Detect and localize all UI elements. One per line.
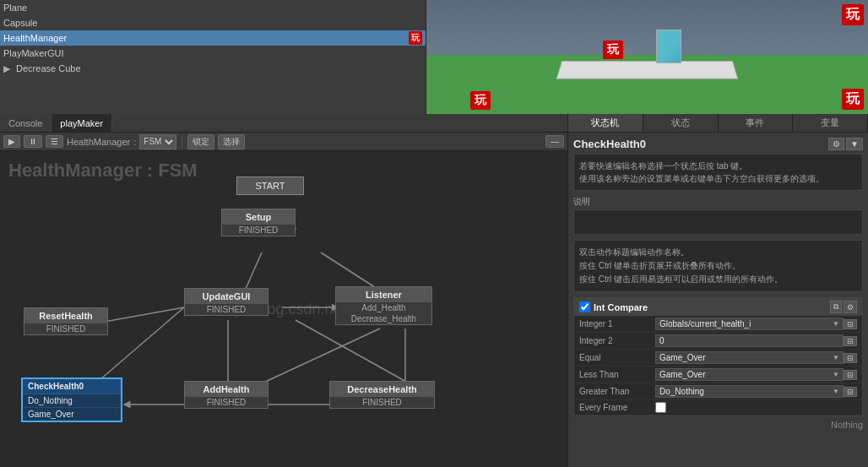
addhealth-sub: FINISHED	[185, 397, 268, 408]
action-title: Int Compare	[594, 302, 830, 312]
svg-line-7	[296, 320, 414, 386]
field-end-btn-equal[interactable]: ⊟	[844, 353, 857, 363]
play-badge-bottom-right: 玩	[842, 89, 864, 110]
tab-console[interactable]: Console	[0, 114, 52, 132]
inspector-panel: 状态机 状态 事件 变量 CheckHealth0 ⚙ ▼	[568, 114, 868, 467]
field-end-btn-greaterthan[interactable]: ⊟	[844, 387, 857, 397]
field-value-integer1[interactable]: Globals/current_health_i ▼	[655, 318, 844, 330]
action-info-line1: 双击动作标题编辑动作名称。	[579, 246, 857, 259]
viewport-cube	[656, 30, 681, 63]
field-label-equal: Equal	[579, 353, 655, 362]
action-enable-checkbox[interactable]	[579, 301, 590, 312]
resethealth-sub: FINISHED	[24, 323, 107, 334]
fsm-node-decreasehealth[interactable]: DecreaseHealth FINISHED	[329, 381, 435, 409]
field-label-lessthan: Less Than	[579, 370, 655, 379]
play-badge: 玩	[409, 31, 422, 45]
field-value-greaterthan[interactable]: Do_Nothing ▼	[655, 385, 844, 398]
addhealth-title: AddHealth	[185, 382, 268, 397]
hierarchy-item-healthmanager[interactable]: HealthManager 玩	[0, 30, 426, 46]
field-text-equal: Game_Over	[659, 353, 705, 362]
inspector-tab-statemachine[interactable]: 状态机	[568, 114, 643, 132]
field-input-integer2[interactable]	[655, 334, 844, 347]
inspector-settings-btn[interactable]: ⚙	[828, 138, 844, 150]
setup-sub: FINISHED	[222, 225, 295, 236]
inspector-content: CheckHealth0 ⚙ ▼ 若要快速编辑名称选择一个状态后按 tab 键。…	[568, 133, 868, 467]
tab-playmaker[interactable]: playMaker	[52, 114, 112, 132]
checkhealth0-item1: Do_Nothing	[23, 394, 121, 408]
fsm-node-updategui[interactable]: UpdateGUI FINISHED	[184, 288, 269, 316]
toolbar-divider	[182, 136, 182, 148]
field-arrow-greaterthan: ▼	[833, 388, 839, 395]
stop-button[interactable]: ☰	[46, 135, 63, 148]
info-text-line1: 若要快速编辑名称选择一个状态后按 tab 键。	[579, 160, 857, 172]
field-label-integer1: Integer 1	[579, 319, 655, 329]
inspector-title-bar: CheckHealth0 ⚙ ▼	[573, 138, 863, 150]
fsm-node-checkhealth0[interactable]: CheckHealth0 Do_Nothing Game_Over	[21, 377, 122, 422]
desc-box[interactable]	[573, 209, 863, 235]
field-checkbox-everyframe[interactable]	[655, 402, 666, 413]
action-header[interactable]: Int Compare ⧉ ⚙	[574, 298, 862, 316]
minimize-button[interactable]: —	[545, 135, 564, 148]
field-value-lessthan[interactable]: Game_Over ▼	[655, 368, 844, 381]
fsm-node-addhealth[interactable]: AddHealth FINISHED	[184, 381, 269, 409]
svg-line-5	[262, 329, 380, 383]
arrow-icon: ▶	[3, 63, 10, 73]
top-area: Plane Capsule HealthManager 玩 PlayMakerG…	[0, 0, 868, 114]
play-button[interactable]: ▶	[3, 135, 20, 148]
play-badge-top-right: 玩	[842, 4, 864, 25]
fsm-node-resethealth[interactable]: ResetHealth FINISHED	[24, 307, 108, 335]
select-button[interactable]: 选择	[218, 134, 245, 149]
viewport-plane	[556, 61, 739, 79]
inspector-tab-variables[interactable]: 变量	[793, 114, 868, 132]
listener-title: Listener	[336, 287, 431, 302]
field-label-everyframe: Every Frame	[579, 403, 655, 412]
resethealth-title: ResetHealth	[24, 308, 107, 323]
listener-sub2: Decrease_Health	[336, 313, 431, 324]
step-button[interactable]: ⏸	[24, 135, 42, 148]
inspector-title: CheckHealth0	[573, 138, 646, 150]
hierarchy-panel: Plane Capsule HealthManager 玩 PlayMakerG…	[0, 0, 426, 114]
fsm-separator: :	[133, 137, 136, 147]
tab-console-label: Console	[8, 118, 42, 128]
action-block-intcompare: Int Compare ⧉ ⚙ Integer 1 Globals/curren…	[573, 297, 863, 416]
fsm-node-setup[interactable]: Setup FINISHED	[221, 209, 296, 236]
hierarchy-item-capsule[interactable]: Capsule	[0, 15, 426, 30]
field-text-greaterthan: Do_Nothing	[659, 387, 704, 396]
field-end-btn-lessthan[interactable]: ⊟	[844, 370, 857, 380]
start-label: START	[255, 181, 285, 191]
hierarchy-item-playmakergui[interactable]: PlayMakerGUI	[0, 46, 426, 61]
checkhealth0-item2: Game_Over	[23, 408, 121, 421]
fsm-node-listener[interactable]: Listener Add_Health Decrease_Health	[335, 286, 432, 325]
lock-button[interactable]: 锁定	[187, 134, 214, 149]
fsm-canvas[interactable]: HealthManager : FSM http://blog.csdn.net…	[0, 151, 567, 467]
hierarchy-item-plane[interactable]: Plane	[0, 0, 426, 15]
fsm-panel: Console playMaker ▶ ⏸ ☰ HealthManager : …	[0, 114, 568, 467]
inspector-tab-events[interactable]: 事件	[719, 114, 794, 132]
bottom-wrapper: Console playMaker ▶ ⏸ ☰ HealthManager : …	[0, 114, 868, 467]
desc-label: 说明	[573, 196, 863, 208]
setup-title: Setup	[222, 209, 295, 225]
inspector-more-btn[interactable]: ▼	[846, 138, 863, 150]
action-info-line3: 按住 Ctrl 键击后用易选框可以启用或禁用的所有动作。	[579, 273, 857, 286]
field-arrow-integer1: ▼	[833, 320, 839, 328]
field-end-btn-integer1[interactable]: ⊟	[844, 319, 857, 329]
field-row-integer1: Integer 1 Globals/current_health_i ▼ ⊟	[574, 316, 862, 333]
decreasehealth-sub: FINISHED	[330, 397, 434, 408]
fsm-node-start[interactable]: START	[236, 176, 304, 195]
field-arrow-lessthan: ▼	[833, 371, 839, 378]
hierarchy-item-decrease-cube[interactable]: ▶ Decrease Cube	[0, 61, 426, 76]
action-settings-btn[interactable]: ⚙	[844, 301, 857, 313]
fsm-type-select[interactable]: FSM	[139, 134, 176, 149]
decreasehealth-title: DecreaseHealth	[330, 382, 434, 397]
action-copy-btn[interactable]: ⧉	[830, 301, 842, 313]
play-badge-bottom-left: 玩	[470, 91, 491, 110]
inspector-tabs: 状态机 状态 事件 变量	[568, 114, 868, 133]
field-row-equal: Equal Game_Over ▼ ⊟	[574, 350, 862, 367]
viewport-background: 玩 玩 玩 玩	[426, 0, 868, 114]
field-value-equal[interactable]: Game_Over ▼	[655, 351, 844, 364]
viewport-panel: 玩 玩 玩 玩	[426, 0, 868, 114]
field-end-btn-integer2[interactable]: ⊟	[844, 336, 857, 346]
fsm-toolbar: ▶ ⏸ ☰ HealthManager : FSM 锁定 选择 —	[0, 133, 567, 151]
action-info-line2: 按住 Ctrl 键单击折页展开或折叠所有动作。	[579, 259, 857, 273]
inspector-tab-state[interactable]: 状态	[643, 114, 719, 132]
